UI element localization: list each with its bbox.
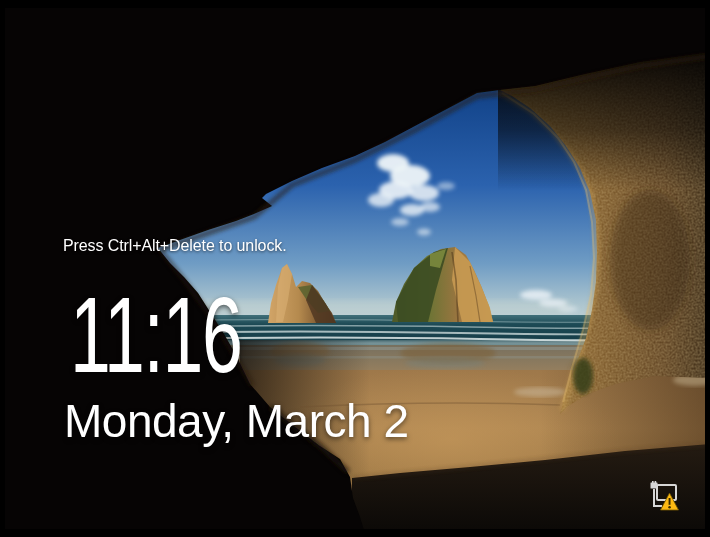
unlock-instruction: Press Ctrl+Alt+Delete to unlock. <box>63 236 287 256</box>
clock-time: 11:16 <box>70 281 242 389</box>
lock-screen[interactable]: Press Ctrl+Alt+Delete to unlock. 11:16 M… <box>0 0 710 537</box>
clock-date: Monday, March 2 <box>64 398 408 444</box>
network-status-icon[interactable] <box>649 481 680 514</box>
wallpaper-image <box>0 0 710 537</box>
